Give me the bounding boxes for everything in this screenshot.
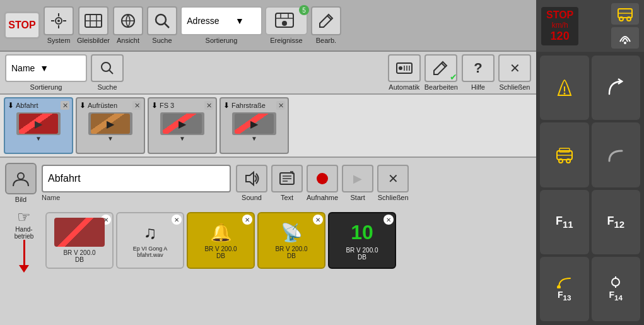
- sortierung-dropdown[interactable]: Adresse ▼: [180, 6, 262, 35]
- function-cards-row: ✕ BR V 200.0 DB ✕ ♫ Ep VI Gong A bfahrt.…: [45, 212, 531, 269]
- bearbeiten-label: Bearb.: [316, 37, 336, 44]
- card-header-fahrstrasse: ⬇ Fahrstraße ✕: [221, 98, 288, 112]
- func-card-fn2[interactable]: ✕ 📡 BR V 200.0 DB: [257, 212, 325, 269]
- func-train-img-0: [54, 218, 105, 247]
- start-label: Start: [351, 194, 365, 201]
- right-btn-route[interactable]: [592, 56, 641, 120]
- svg-point-20: [102, 62, 110, 71]
- right-btn-curve[interactable]: [592, 122, 641, 187]
- music-icon: ♫: [144, 223, 157, 243]
- right-panel: STOP km/h 120: [536, 0, 644, 325]
- bearbeiten-checkmark: ✔: [450, 72, 457, 82]
- func-card-sound[interactable]: ✕ ♫ Ep VI Gong A bfahrt.wav: [116, 212, 184, 269]
- func-card-number[interactable]: ✕ 10 BR V 200.0 DB: [328, 212, 396, 269]
- func-card-close-3[interactable]: ✕: [313, 215, 323, 225]
- svg-point-28: [18, 173, 24, 179]
- train-image-fs3: ▶: [160, 112, 204, 135]
- toolbar-ereignisse[interactable]: 5 Ereignisse: [265, 6, 308, 44]
- right-btn-alert[interactable]: [540, 56, 589, 120]
- toolbar-sortierung[interactable]: Adresse ▼ Sortierung: [180, 6, 262, 44]
- right-btn-f11[interactable]: F11: [540, 190, 589, 254]
- card-header-fs3: ⬇ FS 3 ✕: [149, 98, 216, 112]
- right-icon-signal[interactable]: [611, 27, 639, 49]
- toolbar-ansicht[interactable]: Ansicht: [112, 6, 144, 44]
- func-card-close-1[interactable]: ✕: [172, 215, 182, 225]
- gleisbilder-icon: [78, 6, 108, 35]
- func-card-train[interactable]: ✕ BR V 200.0 DB: [45, 212, 114, 269]
- func-card-close-4[interactable]: ✕: [383, 215, 394, 225]
- train-card-abfahrt[interactable]: ⬇ Abfahrt ✕ ▶ ▼: [4, 97, 73, 154]
- automatik-button[interactable]: [388, 54, 421, 82]
- bearbeiten2-button[interactable]: ✔: [424, 54, 457, 82]
- aufnahme-button[interactable]: [307, 165, 338, 192]
- start-button[interactable]: ▶: [342, 165, 373, 192]
- sort-dropdown[interactable]: Name ▼: [5, 54, 87, 82]
- train-card-fs3[interactable]: ⬇ FS 3 ✕ ▶ ▼: [148, 97, 217, 154]
- hilfe-button[interactable]: ?: [462, 54, 495, 82]
- automatik-item[interactable]: Automatik: [388, 54, 421, 91]
- sort-item[interactable]: Name ▼ Sortierung: [5, 54, 87, 91]
- svg-point-47: [557, 285, 561, 288]
- card-title-fs3: FS 3: [160, 102, 174, 109]
- right-btn-vehicle[interactable]: [540, 122, 589, 187]
- right-btn-f14[interactable]: F14: [592, 257, 641, 321]
- card-close-fs3[interactable]: ✕: [204, 101, 213, 110]
- right-icons-col: [611, 3, 639, 49]
- ereignisse-badge: 5: [299, 5, 309, 15]
- sound-label: Sound: [242, 194, 262, 201]
- svg-point-39: [624, 42, 626, 44]
- suche2-item[interactable]: Suche: [91, 54, 124, 91]
- bottom-row2: ☞ Hand-betrieb ✕ BR V 200.0 DB ✕ ♫: [5, 208, 531, 273]
- aufnahme-item: Aufnahme: [307, 165, 338, 201]
- schliessen-item[interactable]: ✕ Schließen: [498, 54, 531, 91]
- train-card-fahrstrasse[interactable]: ⬇ Fahrstraße ✕ ▶ ▼: [220, 97, 289, 154]
- red-triangle: [19, 265, 29, 273]
- right-top: STOP km/h 120: [536, 0, 644, 52]
- stop-button[interactable]: STOP: [4, 11, 40, 39]
- sound-button[interactable]: [236, 165, 267, 192]
- bottom-row1: Bild Name Sound Te: [5, 163, 531, 203]
- svg-point-36: [619, 17, 623, 21]
- card-close-abfahrt[interactable]: ✕: [61, 101, 69, 110]
- hand-label: Hand-betrieb: [15, 226, 34, 240]
- toolbar-suche[interactable]: Suche: [146, 6, 178, 44]
- card-title-fahrstrasse: Fahrstraße: [231, 102, 266, 109]
- train-card-aufrüsten[interactable]: ⬇ Aufrüsten ✕ ▶ ▼: [76, 97, 145, 154]
- card-title-aufrüsten: Aufrüsten: [88, 102, 117, 109]
- card-title-abfahrt: Abfahrt: [16, 102, 38, 109]
- automatik-label: Automatik: [389, 83, 419, 91]
- hand-icon: ☞: [17, 208, 31, 226]
- name-wrapper: Name: [42, 165, 231, 201]
- schliessen2-item: ✕ Schließen: [377, 165, 409, 201]
- toolbar-gleisbilder[interactable]: Gleisbilder: [77, 6, 110, 44]
- ereignisse-button[interactable]: 5: [265, 6, 308, 35]
- svg-point-18: [282, 21, 287, 26]
- red-line: [23, 240, 25, 265]
- toolbar-system[interactable]: System: [43, 6, 74, 44]
- right-btn-f12[interactable]: F12: [592, 190, 641, 254]
- right-icon-bus[interactable]: [611, 3, 639, 25]
- suche2-button[interactable]: [91, 54, 124, 82]
- bild-button[interactable]: [5, 163, 37, 194]
- card-close-aufrüsten[interactable]: ✕: [132, 101, 141, 110]
- right-btn-f13[interactable]: F13: [540, 257, 589, 321]
- hilfe-item[interactable]: ? Hilfe: [462, 54, 495, 91]
- f13-label: F13: [558, 290, 571, 302]
- func-card-fn1[interactable]: ✕ 🔔 BR V 200.0 DB: [187, 212, 255, 269]
- schliessen2-button[interactable]: ✕: [377, 165, 409, 192]
- gleisbilder-label: Gleisbilder: [77, 37, 110, 44]
- text-button[interactable]: [271, 165, 303, 192]
- f14-label: F14: [609, 290, 623, 302]
- kmh-text: km/h: [546, 21, 573, 30]
- func-card-close-2[interactable]: ✕: [242, 215, 252, 225]
- suche-icon: [147, 6, 177, 35]
- card-close-fahrstrasse[interactable]: ✕: [276, 101, 285, 110]
- svg-point-41: [563, 93, 565, 95]
- ereignisse-label: Ereignisse: [270, 37, 302, 44]
- second-toolbar: Name ▼ Sortierung Suche Automatik ✔ Bear…: [0, 52, 536, 95]
- text-item: Text: [271, 165, 303, 201]
- schliessen-button[interactable]: ✕: [498, 54, 531, 82]
- toolbar-bearbeiten[interactable]: Bearb.: [310, 6, 342, 44]
- bearbeiten2-item[interactable]: ✔ Bearbeiten: [424, 54, 458, 91]
- name-input[interactable]: [42, 165, 231, 192]
